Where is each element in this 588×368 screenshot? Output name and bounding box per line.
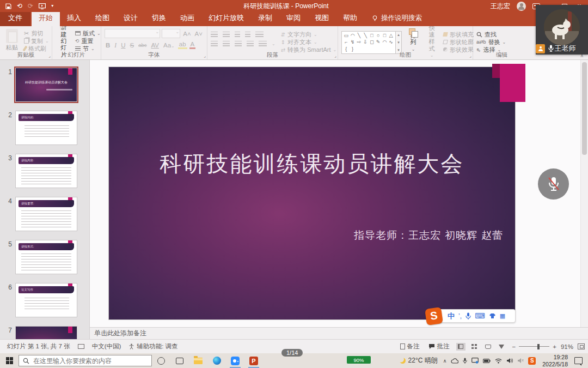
current-slide[interactable]: 科研技能训练课动员讲解大会 指导老师：王志宏 初晓辉 赵蕾: [109, 67, 515, 319]
shape-icon-arrow-right[interactable]: ⇨: [357, 40, 362, 45]
zoom-out-button[interactable]: −: [512, 343, 516, 350]
view-slide-sorter-button[interactable]: [470, 343, 479, 351]
shape-icon-triangle[interactable]: △: [389, 33, 393, 38]
font-size-combo[interactable]: [162, 29, 180, 38]
soft-keyboard-icon[interactable]: ⌨: [475, 312, 485, 319]
action-center-icon[interactable]: [574, 357, 583, 364]
file-explorer-button[interactable]: [189, 353, 207, 368]
show-hidden-icons-chevron[interactable]: ∧: [443, 358, 447, 364]
shape-icon-wave[interactable]: ∿: [389, 40, 393, 45]
paragraph-dialog-launcher[interactable]: ⌟: [334, 53, 336, 58]
quick-styles-button[interactable]: 快速样式⌄: [425, 28, 439, 52]
find-button[interactable]: 查找: [476, 31, 506, 38]
shape-icon-rect[interactable]: □: [370, 33, 373, 38]
notes-pane[interactable]: 单击此处添加备注: [90, 327, 588, 339]
font-name-combo[interactable]: [105, 29, 160, 38]
align-left-icon[interactable]: [211, 41, 218, 46]
shape-icon-freeform[interactable]: ◻: [370, 40, 373, 45]
edge-button[interactable]: [207, 353, 226, 368]
slide-5-thumbnail[interactable]: 训练形式:: [15, 240, 77, 274]
account-avatar[interactable]: [517, 2, 526, 11]
justify-icon[interactable]: [247, 41, 254, 46]
shadow-button[interactable]: S: [128, 42, 135, 49]
undo-icon[interactable]: ⟲: [17, 3, 22, 9]
view-reading-button[interactable]: [483, 343, 493, 351]
decrease-font-icon[interactable]: A˅: [194, 31, 204, 37]
slide-1-thumbnail[interactable]: 科研技能训练课动员讲解大会: [15, 68, 77, 102]
notes-toggle[interactable]: 备注: [396, 342, 424, 351]
cut-button[interactable]: ✂剪切: [24, 29, 49, 37]
paste-button[interactable]: 粘贴: [3, 28, 21, 52]
cloud-icon[interactable]: [451, 358, 458, 364]
slide-2-thumbnail[interactable]: 训练目的:: [15, 111, 77, 145]
thumbnail-row-6[interactable]: 6 论文写作: [3, 283, 89, 317]
slide-thumbnail-panel[interactable]: 1 科研技能训练课动员讲解大会 2 训练目的: 3: [0, 60, 90, 339]
numbering-icon[interactable]: [223, 32, 230, 37]
tab-review[interactable]: 审阅: [279, 10, 308, 26]
clock-widget[interactable]: 19:28 2022/5/18: [540, 354, 570, 367]
zoom-percentage[interactable]: 91%: [561, 343, 574, 350]
align-center-icon[interactable]: [223, 41, 230, 46]
tab-draw[interactable]: 绘图: [88, 10, 117, 26]
slide-4-thumbnail[interactable]: 训练要求:: [15, 197, 77, 231]
reset-button[interactable]: ⟲重置: [75, 37, 101, 45]
shape-icon-textbox[interactable]: ▭: [344, 33, 349, 38]
shape-icon-square[interactable]: □: [383, 33, 386, 38]
webcam-overlay[interactable]: 王老师: [536, 5, 588, 55]
copy-button[interactable]: 复制⌄: [24, 37, 49, 45]
align-right-icon[interactable]: [235, 41, 242, 46]
slide-title-text[interactable]: 科研技能训练课动员讲解大会: [125, 149, 499, 179]
save-icon[interactable]: [5, 3, 11, 9]
toolbox-icon[interactable]: ▦: [500, 313, 505, 319]
replace-button[interactable]: a⇄b替换⌄: [476, 38, 506, 46]
tab-design[interactable]: 设计: [117, 10, 145, 26]
voice-input-icon[interactable]: [465, 312, 471, 319]
increase-indent-icon[interactable]: [245, 32, 250, 37]
slide-count-indicator[interactable]: 幻灯片 第 1 张, 共 7 张: [3, 342, 74, 351]
sogou-input-toolbar[interactable]: S 中 ’, ⌨ ▦: [433, 309, 516, 323]
sogou-logo-icon[interactable]: S: [425, 307, 443, 325]
shape-icon-line2[interactable]: ╲: [364, 33, 366, 38]
speaker-icon[interactable]: [506, 358, 513, 364]
increase-font-icon[interactable]: A˄: [182, 31, 192, 37]
text-direction-button[interactable]: ⇵文字方向⌄: [281, 31, 337, 38]
search-input[interactable]: [33, 357, 139, 365]
tray-mic-icon[interactable]: [463, 358, 467, 364]
slide-subtitle-text[interactable]: 指导老师：王志宏 初晓辉 赵蕾: [354, 228, 503, 243]
thumbnail-row-5[interactable]: 5 训练形式:: [3, 240, 89, 274]
skin-icon[interactable]: [489, 313, 496, 319]
drawing-dialog-launcher[interactable]: ⌟: [469, 53, 471, 58]
shape-icon-scribble[interactable]: ✎: [376, 40, 381, 45]
highlight-color-icon[interactable]: ab: [178, 41, 187, 49]
customize-qat-icon[interactable]: ▾: [51, 4, 53, 8]
view-slideshow-button[interactable]: [497, 343, 506, 351]
slide-7-thumbnail[interactable]: [15, 326, 77, 339]
language-indicator[interactable]: 中文(中国): [88, 342, 125, 351]
shape-icon-arc[interactable]: ◠: [351, 33, 355, 38]
layout-button[interactable]: 版式⌄: [75, 29, 101, 37]
weather-widget[interactable]: 22°C 晴朗: [400, 356, 438, 365]
battery-icon[interactable]: [483, 359, 491, 363]
sogou-tray-icon[interactable]: S: [528, 357, 536, 365]
italic-button[interactable]: I: [113, 42, 118, 49]
task-view-button[interactable]: [170, 353, 189, 368]
mute-microphone-button[interactable]: [538, 168, 569, 200]
cortana-button[interactable]: [152, 353, 170, 368]
shape-icon-connector[interactable]: ↯: [351, 40, 355, 45]
change-case-icon[interactable]: Aa⌄: [162, 42, 176, 49]
shape-icon-oval[interactable]: ○: [377, 33, 379, 38]
powerpoint-taskbar-button[interactable]: P: [244, 353, 263, 368]
slide-canvas[interactable]: 科研技能训练课动员讲解大会 指导老师：王志宏 初晓辉 赵蕾 S 中 ’, ⌨ ▦: [90, 60, 588, 327]
fit-slide-to-window-icon[interactable]: [578, 343, 585, 349]
vertical-scrollbar[interactable]: [580, 60, 588, 327]
tab-view[interactable]: 视图: [308, 10, 336, 26]
thumbnail-row-2[interactable]: 2 训练目的:: [3, 111, 89, 145]
accessibility-indicator[interactable]: 辅助功能: 调查: [125, 342, 181, 351]
shape-icon-elbow[interactable]: ⌐: [345, 40, 347, 45]
columns-icon[interactable]: [259, 41, 267, 46]
bold-button[interactable]: B: [105, 42, 111, 49]
shape-icon-arrow-down[interactable]: ⇩: [363, 40, 367, 45]
tab-transitions[interactable]: 切换: [145, 10, 173, 26]
tab-home[interactable]: 开始: [32, 10, 60, 26]
view-normal-button[interactable]: [456, 343, 465, 351]
